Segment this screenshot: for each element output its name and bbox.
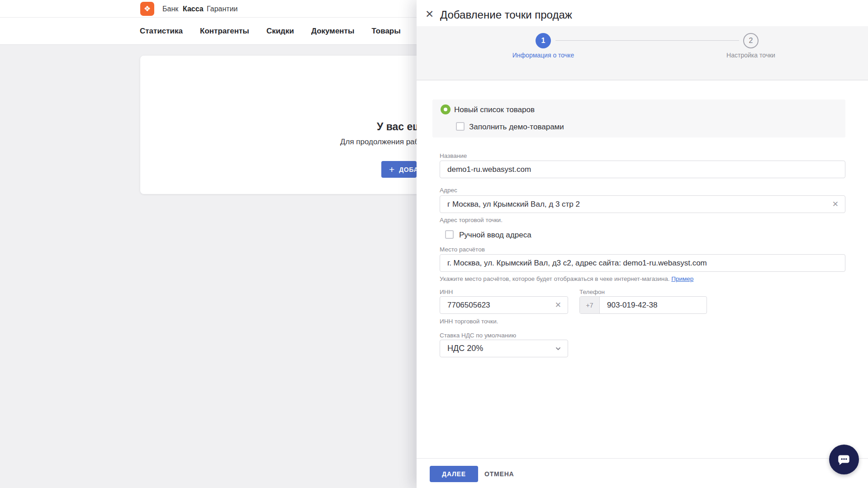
fill-demo-products-checkbox[interactable] (456, 122, 465, 131)
topbar-link-kassa[interactable]: Касса (183, 0, 204, 18)
address-input[interactable]: г Москва, ул Крымский Вал, д 3 стр 2 ✕ (440, 195, 845, 213)
nav-item-skidki[interactable]: Скидки (266, 27, 294, 36)
address-clear-icon[interactable]: ✕ (829, 199, 839, 209)
chevron-down-icon (555, 346, 561, 352)
name-input-value: demo1-ru.webasyst.com (447, 165, 839, 174)
manual-address-label[interactable]: Ручной ввод адреса (459, 231, 531, 240)
close-icon[interactable]: ✕ (425, 8, 434, 21)
address-field-label: Адрес (440, 187, 457, 194)
footer-divider (417, 458, 868, 459)
settlement-input[interactable]: г. Москва, ул. Крымский Вал, д3 с2, адре… (440, 254, 845, 272)
name-input[interactable]: demo1-ru.webasyst.com (440, 161, 845, 178)
settlement-hint: Укажите место расчётов, которое будет от… (440, 275, 693, 282)
step-1-label: Информация о точке (484, 52, 602, 59)
modulbank-logo-icon[interactable]: ❖ (140, 2, 154, 16)
topbar-link-bank[interactable]: Банк (162, 0, 178, 18)
add-point-button[interactable]: + ДОБА (381, 161, 417, 178)
inn-hint: ИНН торговой точки. (440, 318, 498, 325)
fill-demo-products-label[interactable]: Заполнить демо-товарами (469, 123, 564, 132)
chat-widget-button[interactable] (829, 445, 859, 474)
phone-field-label: Телефон (579, 289, 605, 295)
inn-field-label: ИНН (440, 289, 453, 295)
nav-item-dokumenty[interactable]: Документы (311, 27, 355, 36)
product-list-section: Новый список товаров Заполнить демо-това… (432, 99, 845, 137)
settlement-hint-text: Укажите место расчётов, которое будет от… (440, 275, 671, 282)
cancel-button[interactable]: ОТМЕНА (484, 466, 514, 482)
add-point-button-label: ДОБА (399, 166, 417, 173)
phone-input[interactable]: +7 903-019-42-38 (579, 296, 707, 314)
vat-select[interactable]: НДС 20% (440, 340, 568, 357)
nav-item-kontragenty[interactable]: Контрагенты (200, 27, 249, 36)
settlement-field-label: Место расчётов (440, 246, 485, 253)
manual-address-checkbox[interactable] (445, 230, 454, 239)
new-product-list-label[interactable]: Новый список товаров (454, 105, 535, 114)
nav-item-tovary[interactable]: Товары (371, 27, 400, 36)
add-point-modal: ✕ Добавление точки продаж 1 2 Информация… (417, 0, 868, 488)
phone-input-value: 903-019-42-38 (600, 301, 658, 310)
inn-input-value: 7706505623 (447, 301, 551, 310)
inn-input[interactable]: 7706505623 ✕ (440, 296, 568, 314)
step-2-label: Настройка точки (692, 52, 810, 59)
next-button[interactable]: ДАЛЕЕ (430, 466, 478, 482)
stepper: 1 2 Информация о точке Настройка точки (417, 26, 868, 81)
step-2-indicator[interactable]: 2 (743, 33, 759, 48)
settlement-input-value: г. Москва, ул. Крымский Вал, д3 с2, адре… (447, 259, 839, 268)
stepper-connector (555, 40, 739, 41)
phone-prefix: +7 (580, 297, 600, 313)
settlement-example-link[interactable]: Пример (671, 275, 693, 282)
name-field-label: Название (440, 152, 467, 159)
address-input-value: г Москва, ул Крымский Вал, д 3 стр 2 (447, 200, 829, 209)
topbar-link-garantii[interactable]: Гарантии (207, 0, 238, 18)
inn-clear-icon[interactable]: ✕ (551, 300, 561, 310)
new-product-list-radio[interactable] (441, 104, 451, 114)
chat-bubble-icon (836, 452, 852, 467)
vat-field-label: Ставка НДС по умолчанию (440, 332, 516, 339)
step-1-indicator[interactable]: 1 (536, 33, 551, 48)
address-hint: Адрес торговой точки. (440, 217, 503, 223)
vat-select-value: НДС 20% (447, 344, 555, 353)
modal-title: Добавление точки продаж (440, 9, 572, 21)
plus-icon: + (389, 165, 394, 174)
nav-item-statistika[interactable]: Статистика (140, 27, 183, 36)
